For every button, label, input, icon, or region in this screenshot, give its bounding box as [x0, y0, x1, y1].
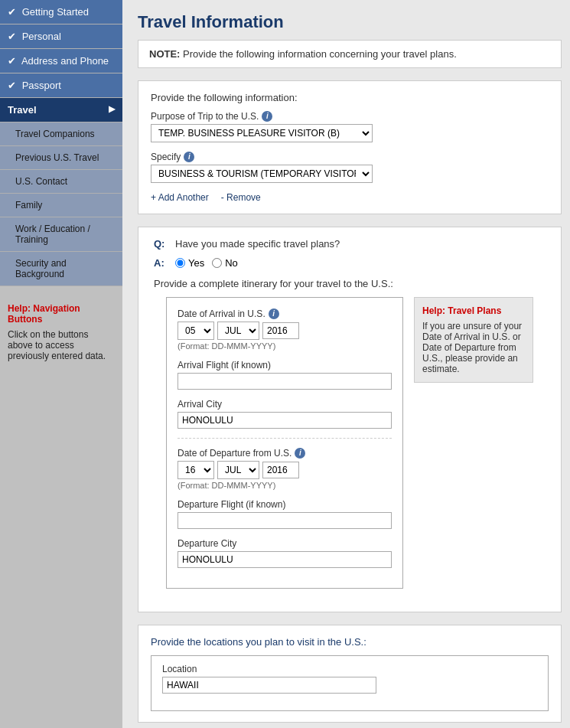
note-text: Provide the following information concer… [183, 48, 457, 60]
sidebar-item-travel[interactable]: Travel ▶ [0, 98, 122, 122]
departure-date-group: Date of Departure from U.S. i 16 JUL [178, 448, 392, 490]
arrival-flight-group: Arrival Flight (if known) [178, 360, 392, 390]
sidebar-item-passport[interactable]: ✔ Passport [0, 73, 122, 98]
sidebar-item-security-background[interactable]: Security and Background [0, 252, 122, 286]
departure-year-input[interactable] [262, 462, 299, 478]
purpose-select[interactable]: TEMP. BUSINESS PLEASURE VISITOR (B) [151, 124, 373, 142]
sidebar-item-getting-started[interactable]: ✔ Getting Started [0, 0, 122, 24]
sidebar-help: Help: Navigation Buttons Click on the bu… [0, 294, 122, 371]
yes-radio[interactable] [175, 258, 185, 268]
arrival-month-select[interactable]: JUL [217, 322, 259, 340]
checkmark-icon: ✔ [8, 31, 16, 42]
provide-label: Provide the following information: [151, 92, 549, 103]
no-radio[interactable] [212, 258, 222, 268]
checkmark-icon: ✔ [8, 6, 16, 18]
departure-city-input[interactable] [178, 551, 392, 568]
sidebar-item-work-education[interactable]: Work / Education / Training [0, 217, 122, 252]
sidebar-help-text: Click on the buttons above to access pre… [8, 329, 115, 361]
note-label: NOTE: [149, 48, 180, 60]
arrival-year-input[interactable] [262, 322, 299, 339]
specify-info-icon[interactable]: i [184, 152, 194, 162]
answer-row: A: Yes No [151, 257, 549, 269]
arrival-city-group: Arrival City [178, 399, 392, 429]
sidebar-item-travel-companions[interactable]: Travel Companions [0, 122, 122, 146]
checkmark-icon: ✔ [8, 80, 16, 91]
no-radio-label[interactable]: No [212, 257, 238, 269]
departure-date-info-icon[interactable]: i [295, 448, 305, 459]
departure-date-format: (Format: DD-MMM-YYYY) [178, 481, 392, 490]
help-box-title: Help: Travel Plans [422, 305, 525, 316]
departure-flight-label: Departure Flight (if known) [178, 499, 392, 510]
itinerary-label: Provide a complete itinerary for your tr… [151, 278, 549, 289]
sidebar-item-personal[interactable]: ✔ Personal [0, 24, 122, 49]
page-title: Travel Information [122, 0, 570, 40]
location-field-group: Location [162, 664, 537, 694]
specify-field-group: Specify i BUSINESS & TOURISM (TEMPORARY … [151, 152, 549, 183]
departure-city-label: Departure City [178, 538, 392, 549]
sidebar-item-address-phone[interactable]: ✔ Address and Phone [0, 49, 122, 73]
add-remove-row: Add Another Remove [151, 192, 549, 203]
location-label: Location [162, 664, 537, 674]
note-box: NOTE: Provide the following information … [138, 40, 562, 68]
arrival-date-info-icon[interactable]: i [269, 309, 279, 319]
purpose-section: Provide the following information: Purpo… [138, 80, 562, 214]
arrival-date-format: (Format: DD-MMM-YYYY) [178, 341, 392, 351]
purpose-field-group: Purpose of Trip to the U.S. i TEMP. BUSI… [151, 111, 549, 142]
itinerary-form: Date of Arrival in U.S. i 05 JUL [166, 297, 403, 589]
specify-select[interactable]: BUSINESS & TOURISM (TEMPORARY VISITOR) (… [151, 165, 373, 183]
yes-no-radio-group: Yes No [175, 257, 238, 269]
q-text: Have you made specific travel plans? [175, 238, 340, 250]
arrival-date-row: 05 JUL [178, 322, 392, 340]
arrival-date-group: Date of Arrival in U.S. i 05 JUL [178, 309, 392, 351]
departure-month-select[interactable]: JUL [217, 461, 259, 479]
help-box-text: If you are unsure of your Date of Arriva… [422, 321, 525, 374]
main-content: Travel Information NOTE: Provide the fol… [122, 0, 570, 728]
arrival-city-input[interactable] [178, 412, 392, 429]
sidebar: ✔ Getting Started ✔ Personal ✔ Address a… [0, 0, 122, 728]
itinerary-help: Help: Travel Plans If you are unsure of … [403, 297, 533, 589]
itinerary-inner: Date of Arrival in U.S. i 05 JUL [166, 297, 403, 589]
departure-city-group: Departure City [178, 538, 392, 568]
location-input[interactable] [162, 677, 376, 694]
arrival-flight-input[interactable] [178, 373, 392, 390]
q-label: Q: [154, 238, 169, 250]
remove-link[interactable]: Remove [221, 192, 261, 203]
departure-flight-group: Departure Flight (if known) [178, 499, 392, 529]
arrow-icon: ▶ [109, 104, 115, 114]
locations-label: Provide the locations you plan to visit … [151, 636, 549, 648]
add-another-link[interactable]: Add Another [151, 192, 209, 203]
sidebar-item-us-contact[interactable]: U.S. Contact [0, 170, 122, 194]
yes-radio-label[interactable]: Yes [175, 257, 204, 269]
departure-date-label: Date of Departure from U.S. i [178, 448, 392, 459]
purpose-info-icon[interactable]: i [262, 111, 272, 122]
specify-label: Specify i [151, 152, 549, 162]
purpose-label: Purpose of Trip to the U.S. i [151, 111, 549, 122]
help-box: Help: Travel Plans If you are unsure of … [414, 297, 533, 383]
arrival-city-label: Arrival City [178, 399, 392, 410]
question-row: Q: Have you made specific travel plans? [151, 238, 549, 250]
sidebar-help-title: Help: Navigation Buttons [8, 303, 115, 325]
sidebar-item-previous-us-travel[interactable]: Previous U.S. Travel [0, 146, 122, 170]
departure-date-row: 16 JUL [178, 461, 392, 479]
locations-section: Provide the locations you plan to visit … [138, 625, 562, 723]
a-label: A: [154, 257, 169, 269]
checkmark-icon: ✔ [8, 55, 16, 67]
arrival-date-label: Date of Arrival in U.S. i [178, 309, 392, 319]
departure-day-select[interactable]: 16 [178, 461, 214, 479]
sidebar-item-family[interactable]: Family [0, 194, 122, 217]
location-inner: Location [151, 655, 549, 711]
qa-section: Q: Have you made specific travel plans? … [151, 238, 549, 269]
inner-divider [178, 438, 392, 439]
departure-flight-input[interactable] [178, 512, 392, 529]
arrival-flight-label: Arrival Flight (if known) [178, 360, 392, 371]
travel-plans-section: Q: Have you made specific travel plans? … [138, 227, 562, 612]
arrival-day-select[interactable]: 05 [178, 322, 214, 340]
itinerary-container: Date of Arrival in U.S. i 05 JUL [166, 297, 533, 589]
